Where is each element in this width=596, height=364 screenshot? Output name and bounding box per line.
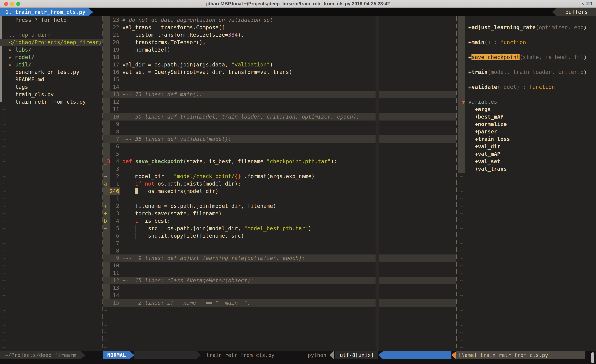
code-line[interactable]: 17val_dir = os.path.join(args.data, "val… bbox=[104, 61, 456, 68]
code-line[interactable]: 3 bbox=[104, 165, 456, 173]
nerdtree-item-model[interactable]: ▸ model/ bbox=[0, 53, 102, 61]
code-line[interactable]: 8 bbox=[104, 128, 456, 135]
window-separator[interactable] bbox=[456, 16, 457, 351]
window-separator[interactable] bbox=[102, 16, 103, 351]
text-segment: "validation" bbox=[231, 61, 270, 68]
code-line[interactable]: 23# do not do data augmentation on valid… bbox=[104, 16, 456, 24]
text-segment: filename = os.path.join(model_dir, filen… bbox=[122, 203, 276, 209]
code-line[interactable]: 6 shutil.copyfile(filename, src) bbox=[104, 232, 456, 240]
tag-item-train_loss[interactable]: +train_loss bbox=[458, 135, 596, 143]
line-number: 14 bbox=[104, 83, 119, 91]
code-text: val_set = QuerySet(root=val_dir, transfo… bbox=[122, 68, 292, 76]
tag-section-variables[interactable]: ▼ variables bbox=[458, 98, 596, 106]
nerdtree-item-train_cls.py[interactable]: train_cls.py bbox=[0, 91, 102, 98]
code-line[interactable]: 9 bbox=[104, 121, 456, 128]
code-line[interactable]: 5 bbox=[104, 150, 456, 158]
tag-item-validate[interactable]: +validate(model) : function bbox=[458, 83, 596, 91]
buffers-arrow-separator bbox=[552, 8, 557, 16]
tag-item-val_trans[interactable]: +val_trans bbox=[458, 165, 596, 173]
statusline-filename: train_retr_from_cls.py bbox=[206, 351, 274, 359]
code-line[interactable]: 16val_set = QuerySet(root=val_dir, trans… bbox=[104, 68, 456, 76]
text-segment: " bbox=[241, 173, 244, 179]
tag-item-save_checkpoint[interactable]: +save_checkpoint(state, is_best, fil❯ bbox=[458, 53, 596, 61]
code-fold-line[interactable]: 7+-- 35 lines: def validate(model): bbox=[104, 135, 456, 143]
line-number: 12 bbox=[104, 277, 119, 284]
nerdtree-root[interactable]: </jdhao/Projects/deep_firear❯ bbox=[0, 39, 102, 46]
code-line[interactable]: 8 bbox=[104, 247, 456, 255]
tag-item-parser[interactable]: +parser bbox=[458, 128, 596, 135]
empty-line-tilde: ~ bbox=[0, 225, 102, 232]
code-line[interactable]: 7 bbox=[104, 240, 456, 247]
text-segment: +parser bbox=[462, 129, 497, 135]
tag-item-best_mAP[interactable]: +best_mAP bbox=[458, 113, 596, 121]
code-line[interactable]: 14 bbox=[104, 292, 456, 299]
text-segment: is_best: bbox=[142, 218, 171, 224]
buffer-tab[interactable]: 1. train_retr_from_cls.py bbox=[0, 8, 88, 16]
code-line[interactable]: +3 torch.save(state, filename) bbox=[104, 210, 456, 217]
code-line[interactable]: 246 os.makedirs(model_dir) bbox=[104, 188, 456, 195]
text-segment bbox=[462, 24, 468, 30]
code-line[interactable]: b4 if is_best: bbox=[104, 217, 456, 225]
text-segment bbox=[122, 218, 135, 224]
empty-line-tilde: ~ bbox=[458, 210, 596, 217]
text-segment: torch.save(state, filename) bbox=[122, 210, 222, 217]
code-line[interactable]: +2 filename = os.path.join(model_dir, fi… bbox=[104, 202, 456, 210]
nerdtree-updir[interactable]: .. (up a dir) bbox=[0, 31, 102, 39]
tag-item-train[interactable]: +train(model, train_loader, criterio❯ bbox=[458, 68, 596, 76]
nerdtree-item-train_retr_from_cls.py[interactable]: train_retr_from_cls.py bbox=[0, 98, 102, 106]
code-fold-line[interactable]: 10+-- 50 lines: def train(model, train_l… bbox=[104, 113, 456, 121]
nerdtree-item-benchmark_on_test.py[interactable]: benchmark_on_test.py bbox=[0, 68, 102, 76]
empty-line-tilde: ~ bbox=[104, 336, 457, 344]
code-line[interactable]: 11 bbox=[104, 269, 456, 277]
code-line[interactable]: 12 bbox=[104, 98, 456, 106]
tag-item-val_dir[interactable]: +val_dir bbox=[458, 143, 596, 150]
code-line[interactable]: ~5 src = os.path.join(model_dir, "model_… bbox=[104, 225, 456, 232]
code-line[interactable]: 15 bbox=[104, 76, 456, 83]
tag-item-val_mAP[interactable]: +val_mAP bbox=[458, 150, 596, 158]
code-line[interactable]: a1 if not os.path.exists(model_dir): bbox=[104, 180, 456, 188]
empty-line-tilde: ~ bbox=[0, 262, 102, 269]
powerline-arrow bbox=[196, 351, 201, 359]
empty-line-tilde: ~ bbox=[0, 165, 102, 173]
text-segment: libs/ bbox=[15, 47, 31, 53]
text-segment: : bbox=[520, 84, 529, 90]
code-line[interactable]: 11 bbox=[104, 106, 456, 113]
code-line[interactable]: 14 bbox=[104, 83, 456, 91]
tag-item-main[interactable]: +main() : function bbox=[458, 39, 596, 46]
powerline-arrow bbox=[130, 351, 134, 359]
code-line[interactable]: 13 bbox=[104, 284, 456, 292]
code-fold-line[interactable]: 15+-- 2 lines: if __name__ == "__main__"… bbox=[104, 299, 456, 306]
code-line[interactable]: 10 bbox=[104, 262, 456, 269]
scrollbar-thumb[interactable] bbox=[591, 352, 594, 363]
code-line[interactable]: 20 transforms.ToTensor(), bbox=[104, 39, 456, 46]
code-line[interactable]: 6 bbox=[104, 143, 456, 150]
code-text: def save_checkpoint(state, is_best, file… bbox=[122, 158, 337, 165]
text-segment: if bbox=[135, 218, 142, 224]
code-line[interactable]: _34def save_checkpoint(state, is_best, f… bbox=[104, 158, 456, 165]
code-fold-line[interactable]: 13+-- 73 lines: def main(): bbox=[104, 91, 456, 98]
line-number: 17 bbox=[104, 61, 119, 68]
empty-line-tilde: ~ bbox=[0, 247, 102, 255]
text-segment: 384 bbox=[228, 32, 238, 38]
text-segment: util/ bbox=[15, 61, 31, 68]
code-fold-line[interactable]: 12+-- 15 lines: class AverageMeter(objec… bbox=[104, 277, 456, 284]
nerdtree-item-README.md[interactable]: README.md bbox=[0, 76, 102, 83]
code-line[interactable]: ~2 model_dir = "model/check_point/{}".fo… bbox=[104, 173, 456, 180]
tag-item-adjust_learning_rate[interactable]: +adjust_learning_rate(optimizer, epo❯ bbox=[458, 24, 596, 31]
nerdtree-item-libs[interactable]: ▸ libs/ bbox=[0, 46, 102, 53]
line-number: 13 bbox=[104, 91, 119, 98]
code-fold-line[interactable]: 9+-- 9 lines: def adjust_learning_rate(o… bbox=[104, 255, 456, 262]
code-line[interactable]: 21 custom_transform.Resize(size=384), bbox=[104, 31, 456, 39]
nerdtree-item-tags[interactable]: tags bbox=[0, 83, 102, 91]
code-line[interactable]: 18 bbox=[104, 53, 456, 61]
nerdtree-help[interactable]: " Press ? for help bbox=[0, 16, 102, 24]
command-line bbox=[0, 359, 596, 364]
tag-item-args[interactable]: +args bbox=[458, 106, 596, 113]
tag-item-normalize[interactable]: +normalize bbox=[458, 121, 596, 128]
empty-line-tilde: ~ bbox=[0, 180, 102, 188]
nerdtree-item-util[interactable]: ▸ util/ bbox=[0, 61, 102, 68]
code-line[interactable]: 1 bbox=[104, 195, 456, 202]
tag-item-val_set[interactable]: +val_set bbox=[458, 158, 596, 165]
code-line[interactable]: 19 normalize]) bbox=[104, 46, 456, 53]
code-line[interactable]: 22val_trans = transforms.Compose([ bbox=[104, 24, 456, 31]
